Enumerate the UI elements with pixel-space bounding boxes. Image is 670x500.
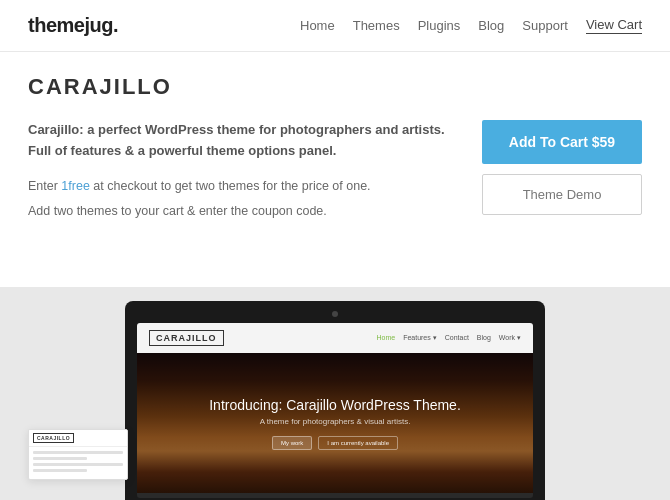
nav-support[interactable]: Support: [522, 18, 568, 33]
hero-title: Introducing: Carajillo WordPress Theme.: [209, 397, 461, 413]
main-content: CARAJILLO Carajillo: a perfect WordPress…: [0, 52, 670, 287]
product-description: Carajillo: a perfect WordPress theme for…: [28, 120, 458, 226]
theme-nav-home: Home: [376, 334, 395, 342]
site-logo[interactable]: themejug.: [28, 14, 118, 37]
laptop-camera: [332, 311, 338, 317]
coupon-suffix: at checkout to get two themes for the pr…: [90, 179, 371, 193]
nav-home[interactable]: Home: [300, 18, 335, 33]
preview-line-2: [33, 457, 87, 460]
product-title: CARAJILLO: [28, 74, 642, 100]
site-header: themejug. Home Themes Plugins Blog Suppo…: [0, 0, 670, 52]
small-preview-header: CARAJILLO: [29, 430, 127, 447]
nav-view-cart[interactable]: View Cart: [586, 17, 642, 34]
theme-inner-hero: Introducing: Carajillo WordPress Theme. …: [137, 353, 533, 493]
nav-themes[interactable]: Themes: [353, 18, 400, 33]
hero-content: Introducing: Carajillo WordPress Theme. …: [209, 397, 461, 450]
theme-nav-work: Work ▾: [499, 334, 521, 342]
preview-line-3: [33, 463, 123, 466]
nav-blog[interactable]: Blog: [478, 18, 504, 33]
coupon-line1: Enter 1free at checkout to get two theme…: [28, 176, 458, 196]
small-preview-logo: CARAJILLO: [33, 433, 74, 443]
product-body: Carajillo: a perfect WordPress theme for…: [28, 120, 642, 226]
theme-nav-contact: Contact: [445, 334, 469, 342]
page-wrapper: themejug. Home Themes Plugins Blog Suppo…: [0, 0, 670, 500]
nav-plugins[interactable]: Plugins: [418, 18, 461, 33]
coupon-prefix: Enter: [28, 179, 61, 193]
preview-section: CARAJILLO Home Features ▾ Contact Blog W…: [0, 287, 670, 500]
preview-line-1: [33, 451, 123, 454]
preview-inner: CARAJILLO Home Features ▾ Contact Blog W…: [0, 287, 670, 500]
theme-nav-features: Features ▾: [403, 334, 437, 342]
theme-demo-button[interactable]: Theme Demo: [482, 174, 642, 215]
theme-inner-logo: CARAJILLO: [149, 330, 224, 346]
small-preview-card: CARAJILLO: [28, 429, 128, 480]
hero-btn2: I am currently available: [318, 436, 398, 450]
hero-btn1: My work: [272, 436, 312, 450]
theme-nav-blog: Blog: [477, 334, 491, 342]
small-preview-body: [29, 447, 127, 479]
coupon-line2: Add two themes to your cart & enter the …: [28, 201, 458, 221]
preview-line-4: [33, 469, 87, 472]
hero-buttons: My work I am currently available: [209, 436, 461, 450]
laptop-outer: CARAJILLO Home Features ▾ Contact Blog W…: [125, 301, 545, 500]
coupon-code-link[interactable]: 1free: [61, 179, 90, 193]
theme-inner-nav: Home Features ▾ Contact Blog Work ▾: [376, 334, 521, 342]
add-to-cart-button[interactable]: Add To Cart $59: [482, 120, 642, 164]
theme-inner-header: CARAJILLO Home Features ▾ Contact Blog W…: [137, 323, 533, 353]
hero-subtitle: A theme for photographers & visual artis…: [209, 417, 461, 426]
laptop-screen: CARAJILLO Home Features ▾ Contact Blog W…: [137, 323, 533, 498]
laptop-mockup: CARAJILLO Home Features ▾ Contact Blog W…: [125, 301, 545, 500]
product-actions: Add To Cart $59 Theme Demo: [482, 120, 642, 226]
product-desc-text: Carajillo: a perfect WordPress theme for…: [28, 120, 458, 162]
main-nav: Home Themes Plugins Blog Support View Ca…: [300, 17, 642, 34]
